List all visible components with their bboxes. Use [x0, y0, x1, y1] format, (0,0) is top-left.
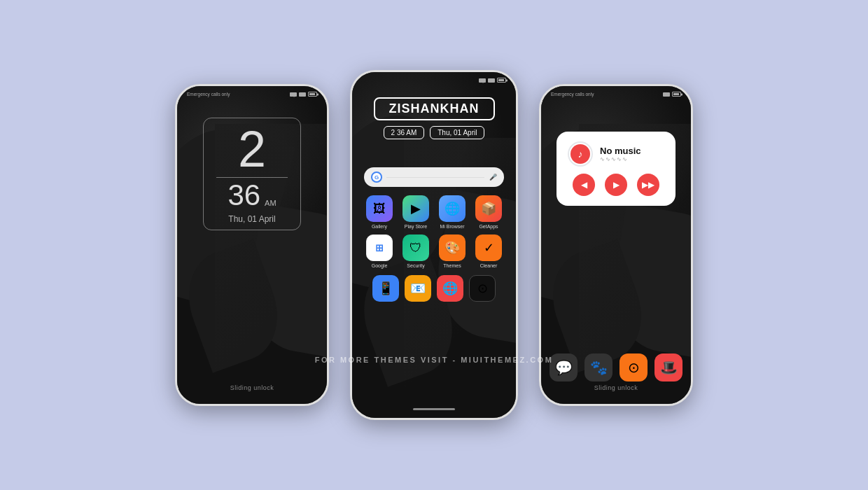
mibrowser-label: Mi Browser: [440, 224, 464, 229]
wifi-icon: ⊓: [299, 92, 306, 97]
clock-minutes: 36: [227, 181, 260, 210]
phone3-bottom-dock: 💬 🐾 ⊙ 🎩: [550, 354, 682, 382]
apps-grid-row1: 🖼 Gallery ▶ Play Store 🌐 Mi Browser 📦 Ge…: [364, 195, 504, 229]
signal-icon: ▐: [479, 78, 486, 83]
security-icon: 🛡: [402, 234, 429, 261]
clock-date: Thu, 01 April: [216, 214, 288, 224]
security-label: Security: [407, 263, 424, 268]
music-app-icon: ♪: [568, 141, 593, 167]
phone-3-music: Emergency calls only ⊡ ♪ No music ∿∿∿∿∿: [539, 84, 693, 406]
phone1-status-icons: ▐ ⊓: [290, 92, 317, 97]
dock-app-3[interactable]: 🌐: [437, 275, 463, 302]
no-music-text: No music: [600, 146, 641, 156]
phone-2-homescreen: ▐ ⊓ ZISHANKHAN 2 36 AM Thu, 01 April G 🎤: [350, 70, 518, 420]
getapps-icon: 📦: [475, 195, 502, 222]
google-label: Google: [372, 263, 388, 268]
app-getapps[interactable]: 📦 GetApps: [473, 195, 504, 229]
cleaner-label: Cleaner: [480, 263, 498, 268]
clock-hour: 2: [216, 124, 288, 174]
app-cleaner[interactable]: ✓ Cleaner: [473, 234, 504, 268]
camera-icon: ⊡: [663, 92, 670, 97]
dock-app-4[interactable]: ⊙: [469, 275, 496, 302]
music-widget: ♪ No music ∿∿∿∿∿ ◀ ▶ ▶▶: [556, 132, 676, 206]
music-wave: ∿∿∿∿∿: [600, 156, 641, 162]
battery-icon: [672, 92, 681, 97]
phone2-content: ZISHANKHAN 2 36 AM Thu, 01 April G 🎤 🖼 G…: [352, 83, 516, 418]
phone2-status-icons: ▐ ⊓: [479, 78, 506, 83]
music-controls: ◀ ▶ ▶▶: [568, 174, 664, 196]
app-playstore[interactable]: ▶ Play Store: [400, 195, 431, 229]
gallery-label: Gallery: [372, 224, 387, 229]
google-icon: ⊞: [366, 234, 393, 261]
music-widget-top: ♪ No music ∿∿∿∿∿: [568, 141, 664, 167]
app-security[interactable]: 🛡 Security: [400, 234, 431, 268]
music-play-button[interactable]: ▶: [605, 174, 627, 196]
music-app-inner: ♪: [570, 144, 590, 164]
music-next-button[interactable]: ▶▶: [637, 174, 659, 196]
phones-container: FOR MORE THEMES VISIT - MIUITHEMEZ.COM E…: [175, 70, 693, 420]
dock-icon-extra[interactable]: 🎩: [654, 354, 682, 382]
music-prev-button[interactable]: ◀: [573, 174, 595, 196]
google-logo: G: [371, 172, 382, 183]
dock-icon-mifont[interactable]: 🐾: [584, 354, 612, 382]
clock-widget: 2 36 AM Thu, 01 April: [203, 118, 301, 230]
dock-app-2[interactable]: 📧: [405, 275, 431, 302]
clock-ampm: AM: [265, 199, 276, 207]
battery-icon: [308, 92, 317, 97]
battery-icon: [497, 78, 506, 83]
app-google[interactable]: ⊞ Google: [364, 234, 395, 268]
app-themes[interactable]: 🎨 Themes: [437, 234, 468, 268]
time-box: 2 36 AM: [384, 126, 425, 139]
search-divider: [386, 177, 484, 178]
dock-row: 📱 📧 🌐 ⊙: [372, 275, 496, 302]
themes-icon: 🎨: [439, 234, 465, 261]
phone1-slide-unlock: Sliding unlock: [230, 384, 274, 391]
phone3-slide-unlock: Sliding unlock: [594, 384, 638, 391]
time-date-row: 2 36 AM Thu, 01 April: [384, 126, 485, 139]
mibrowser-icon: 🌐: [439, 195, 465, 222]
phone1-status-left: Emergency calls only: [187, 92, 230, 97]
gallery-icon: 🖼: [366, 195, 393, 222]
wifi-icon: ⊓: [488, 78, 495, 83]
phone2-status-bar: ▐ ⊓: [352, 72, 516, 83]
phone3-content: ♪ No music ∿∿∿∿∿ ◀ ▶ ▶▶ 💬 🐾 ⊙ �: [541, 97, 691, 404]
signal-icon: ▐: [290, 92, 297, 97]
app-mibrowser[interactable]: 🌐 Mi Browser: [437, 195, 468, 229]
themes-label: Themes: [443, 263, 461, 268]
music-info: No music ∿∿∿∿∿: [600, 146, 641, 162]
clock-minutes-row: 36 AM: [216, 181, 288, 210]
home-indicator: [413, 408, 455, 410]
playstore-icon: ▶: [402, 195, 429, 222]
cleaner-icon: ✓: [475, 234, 502, 261]
apps-grid-row2: ⊞ Google 🛡 Security 🎨 Themes ✓ Cleaner: [364, 234, 504, 268]
phone3-status-icons: ⊡: [663, 92, 681, 97]
date-box: Thu, 01 April: [430, 126, 484, 139]
phone-1-lockscreen: Emergency calls only ▐ ⊓ 2 36 AM Thu, 01…: [175, 84, 329, 406]
search-bar[interactable]: G 🎤: [364, 167, 504, 187]
playstore-label: Play Store: [405, 224, 427, 229]
app-gallery[interactable]: 🖼 Gallery: [364, 195, 395, 229]
phone1-content: 2 36 AM Thu, 01 April Sliding unlock: [177, 97, 327, 404]
phone1-status-bar: Emergency calls only ▐ ⊓: [177, 86, 327, 97]
username-text: ZISHANKHAN: [389, 102, 479, 116]
phone3-status-bar: Emergency calls only ⊡: [541, 86, 691, 97]
username-box: ZISHANKHAN: [374, 97, 495, 120]
getapps-label: GetApps: [479, 224, 498, 229]
dock-icon-chat[interactable]: 💬: [550, 354, 578, 382]
dock-app-1[interactable]: 📱: [372, 275, 399, 302]
dock-icon-music[interactable]: ⊙: [620, 354, 648, 382]
phone3-status-left: Emergency calls only: [551, 92, 594, 97]
mic-icon: 🎤: [489, 173, 497, 181]
clock-divider: [216, 177, 288, 178]
